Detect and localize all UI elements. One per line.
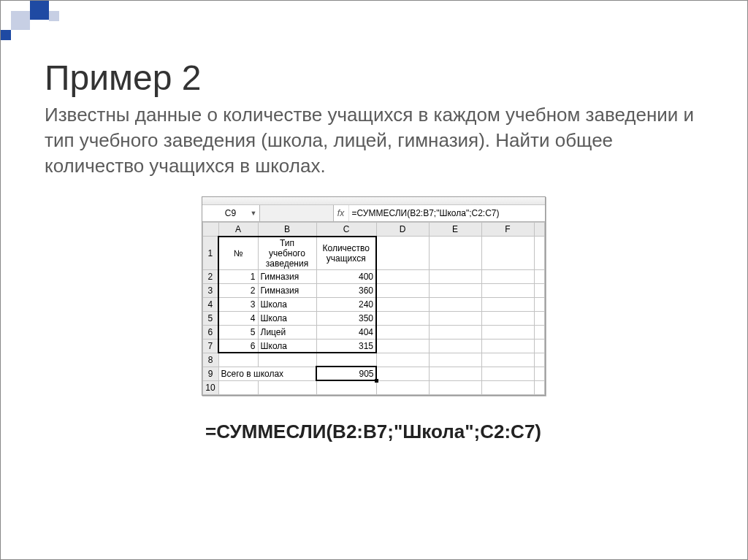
cell-c9: 905 — [317, 367, 376, 380]
cell[interactable] — [429, 283, 481, 297]
row-header[interactable]: 8 — [202, 353, 218, 367]
cell-c3[interactable]: 360 — [317, 284, 376, 297]
cell[interactable] — [481, 367, 534, 380]
cell[interactable] — [376, 339, 429, 353]
cell-b7[interactable]: Школа — [259, 340, 316, 353]
cell[interactable] — [429, 367, 481, 380]
cell-c4[interactable]: 240 — [317, 298, 376, 311]
table-row: 8 — [202, 353, 544, 367]
cell[interactable] — [429, 311, 481, 325]
table-row: 7 6 Школа 315 — [202, 339, 544, 353]
cell-c1[interactable]: Количество учащихся — [317, 237, 376, 269]
col-header-d[interactable]: D — [376, 223, 429, 237]
cell-c7[interactable]: 315 — [317, 340, 376, 353]
select-all-corner[interactable] — [202, 223, 218, 237]
cell[interactable] — [376, 325, 429, 339]
cell[interactable] — [534, 353, 544, 367]
fx-icon[interactable]: fx — [334, 205, 349, 221]
cell[interactable] — [534, 237, 544, 270]
formula-bar[interactable]: =СУММЕСЛИ(B2:B7;"Школа";C2:C7) — [349, 205, 545, 221]
cell[interactable] — [429, 269, 481, 283]
cell[interactable] — [429, 325, 481, 339]
cell-a3[interactable]: 2 — [219, 284, 258, 297]
col-header-c[interactable]: C — [316, 223, 376, 237]
row-header[interactable]: 9 — [202, 367, 218, 380]
cell[interactable] — [481, 325, 534, 339]
cell[interactable] — [218, 380, 258, 394]
cell[interactable] — [316, 353, 376, 367]
cell[interactable] — [534, 339, 544, 353]
row-header[interactable]: 4 — [202, 297, 218, 311]
cell[interactable] — [429, 297, 481, 311]
cell[interactable] — [258, 380, 316, 394]
cell-b4[interactable]: Школа — [259, 298, 316, 311]
name-box[interactable]: C9 ▼ — [202, 205, 260, 221]
cell[interactable] — [534, 380, 544, 394]
active-cell[interactable]: 905 — [316, 367, 376, 380]
cell-a1[interactable]: № — [219, 237, 258, 269]
cell-a4[interactable]: 3 — [219, 298, 258, 311]
cell-b6[interactable]: Лицей — [259, 326, 316, 339]
cell[interactable] — [429, 353, 481, 367]
cell-a2[interactable]: 1 — [219, 270, 258, 283]
row-header[interactable]: 6 — [202, 325, 218, 339]
cell[interactable] — [481, 283, 534, 297]
toolbar-stub — [202, 197, 545, 205]
cell[interactable] — [534, 367, 544, 380]
slide-content: Пример 2 Известны данные о количестве уч… — [45, 58, 702, 443]
cell[interactable] — [481, 380, 534, 394]
table-row: 2 1 Гимназия 400 — [202, 269, 544, 283]
cell-a6[interactable]: 5 — [219, 326, 258, 339]
cell-b2[interactable]: Гимназия — [259, 270, 316, 283]
cell[interactable] — [534, 311, 544, 325]
cell[interactable] — [481, 353, 534, 367]
cell-b1[interactable]: Тип учебного заведения — [259, 237, 316, 269]
cell[interactable] — [218, 353, 258, 367]
row-header[interactable]: 3 — [202, 283, 218, 297]
cell[interactable] — [376, 380, 429, 394]
cell[interactable] — [481, 311, 534, 325]
cell-a5[interactable]: 4 — [219, 312, 258, 325]
cell-a9[interactable]: Всего в школах — [219, 367, 316, 380]
cell-c2[interactable]: 400 — [317, 270, 376, 283]
cell[interactable] — [481, 297, 534, 311]
col-header-e[interactable]: E — [429, 223, 481, 237]
slide: Пример 2 Известны данные о количестве уч… — [0, 0, 748, 560]
row-header[interactable]: 2 — [202, 269, 218, 283]
cell-b5[interactable]: Школа — [259, 312, 316, 325]
col-header-a[interactable]: A — [218, 223, 258, 237]
cell-b3[interactable]: Гимназия — [259, 284, 316, 297]
cell[interactable] — [429, 237, 481, 270]
row-header[interactable]: 5 — [202, 311, 218, 325]
cell[interactable] — [376, 283, 429, 297]
row-header[interactable]: 1 — [202, 237, 218, 270]
cell[interactable] — [376, 353, 429, 367]
col-header-f[interactable]: F — [481, 223, 534, 237]
cell[interactable] — [481, 339, 534, 353]
cell[interactable] — [376, 311, 429, 325]
cell[interactable] — [258, 353, 316, 367]
cell[interactable] — [376, 367, 429, 380]
cell[interactable] — [534, 325, 544, 339]
col-header-b[interactable]: B — [258, 223, 316, 237]
cell[interactable] — [534, 269, 544, 283]
cell[interactable] — [429, 339, 481, 353]
cell[interactable] — [481, 269, 534, 283]
cell[interactable] — [376, 269, 429, 283]
cell[interactable] — [376, 297, 429, 311]
cell-c5[interactable]: 350 — [317, 312, 376, 325]
dropdown-icon[interactable]: ▼ — [251, 210, 257, 217]
row-header[interactable]: 10 — [202, 380, 218, 394]
slide-intro-text: Известны данные о количестве учащихся в … — [45, 102, 702, 179]
cell[interactable] — [316, 380, 376, 394]
cell[interactable] — [429, 380, 481, 394]
cell-a7[interactable]: 6 — [219, 340, 258, 353]
formula-caption: =СУММЕСЛИ(B2:B7;"Школа";C2:C7) — [45, 421, 702, 443]
cell[interactable] — [481, 237, 534, 270]
row-header[interactable]: 7 — [202, 339, 218, 353]
cell[interactable] — [534, 283, 544, 297]
table-row: 6 5 Лицей 404 — [202, 325, 544, 339]
cell[interactable] — [534, 297, 544, 311]
cell-c6[interactable]: 404 — [317, 326, 376, 339]
cell[interactable] — [376, 237, 429, 270]
